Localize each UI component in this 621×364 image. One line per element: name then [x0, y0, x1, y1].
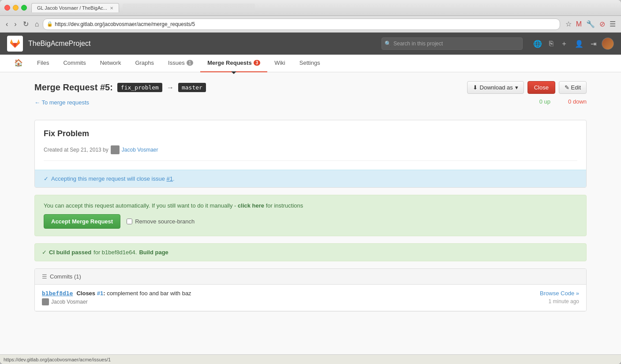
menu-button[interactable]: ☰ [608, 19, 617, 29]
minimize-window-button[interactable] [13, 5, 19, 11]
edit-mr-button[interactable]: ✎ Edit [559, 81, 587, 94]
accept-merge-request-button[interactable]: Accept Merge Request [44, 214, 120, 229]
nav-item-merge-requests[interactable]: Merge Requests 3 [200, 55, 267, 72]
nav-files-label: Files [37, 59, 49, 66]
back-button[interactable]: ‹ [4, 19, 10, 29]
app-header: TheBigAcmeProject 🔍 🌐 ⎘ ＋ 👤 ⇥ [0, 33, 621, 55]
tab-title: GL Jacob Vosmaer / TheBigAc... [37, 5, 107, 11]
tools-button[interactable]: 🔧 [584, 19, 597, 29]
remove-source-branch-label[interactable]: Remove source-branch [127, 218, 195, 225]
commit-author-avatar [42, 298, 49, 305]
accept-text: You can accept this request automaticall… [44, 202, 577, 209]
ci-build-section: ✓ CI build passed for b1bef8d1e64. Build… [34, 243, 587, 261]
header-actions: 🌐 ⎘ ＋ 👤 ⇥ [531, 37, 614, 50]
ci-check-icon: ✓ [42, 249, 47, 256]
download-as-button[interactable]: ⬇ Download as ▾ [467, 81, 524, 94]
commit-message: Closes #1: complement foo and bar with b… [76, 290, 191, 297]
browser-tab[interactable]: GL Jacob Vosmaer / TheBigAc... ✕ [31, 3, 119, 12]
mr-meta: Created at Sep 21, 2013 by Jacob Vosmaer [44, 145, 577, 161]
branch-arrow-icon: → [167, 84, 174, 92]
commit-right: Browse Code » 1 minute ago [540, 290, 579, 305]
mr-badge: 3 [254, 60, 261, 66]
nav-network-label: Network [100, 59, 121, 66]
issues-badge: 1 [187, 60, 194, 66]
closes-label: Closes #1: [76, 290, 107, 297]
nav-issues-label: Issues [168, 59, 185, 66]
commit-author-name: Jacob Vosmaer [51, 299, 88, 305]
browser-titlebar: GL Jacob Vosmaer / TheBigAc... ✕ [0, 0, 621, 16]
issue-link[interactable]: #1 [167, 175, 173, 182]
commit-author-row: Jacob Vosmaer [42, 298, 191, 305]
nav-item-issues[interactable]: Issues 1 [161, 55, 200, 72]
project-name: TheBigAcmeProject [28, 40, 90, 48]
closes-issue-link[interactable]: #1 [97, 290, 103, 297]
close-window-button[interactable] [4, 5, 10, 11]
mr-header-row: Merge Request #5: fix_problem → master ⬇… [34, 81, 587, 94]
globe-icon-button[interactable]: 🌐 [531, 38, 544, 50]
status-bar: https://dev.gitlab.org/jacobvosmaer/acme… [0, 354, 621, 364]
url-text: https://dev.gitlab.org/jacobvosmaer/acme… [55, 21, 195, 27]
nav-item-home[interactable]: 🏠 [7, 55, 30, 72]
nav-item-graphs[interactable]: Graphs [128, 55, 161, 72]
mr-created-at: Created at Sep 21, 2013 by [44, 147, 108, 153]
nav-item-network[interactable]: Network [93, 55, 128, 72]
home-button[interactable]: ⌂ [33, 19, 41, 29]
mr-card-title: Fix Problem [44, 129, 577, 138]
main-content: Merge Request #5: fix_problem → master ⬇… [24, 72, 597, 320]
maximize-window-button[interactable] [21, 5, 27, 11]
download-icon: ⬇ [473, 84, 478, 91]
ssl-lock-icon: 🔒 [47, 21, 53, 27]
nav-commits-label: Commits [63, 59, 86, 66]
nav-item-settings[interactable]: Settings [292, 55, 327, 72]
download-label: Download as [480, 84, 513, 91]
back-to-mr-link[interactable]: ← To merge requests [34, 99, 89, 106]
remove-source-branch-checkbox[interactable] [127, 219, 132, 224]
ci-build-page-link[interactable]: Build page [139, 249, 168, 256]
forward-button[interactable]: › [12, 19, 19, 29]
new-tab-area [123, 4, 255, 12]
mr-card: Fix Problem Created at Sep 21, 2013 by J… [34, 120, 587, 188]
target-branch-badge: master [178, 83, 206, 92]
mr-card-body: Fix Problem Created at Sep 21, 2013 by J… [35, 120, 586, 170]
plus-icon-button[interactable]: ＋ [559, 37, 569, 50]
nav-item-wiki[interactable]: Wiki [267, 55, 292, 72]
commits-header: ☰ Commits (1) [35, 269, 586, 285]
status-url: https://dev.gitlab.org/jacobvosmaer/acme… [4, 357, 111, 362]
nav-item-files[interactable]: Files [30, 55, 56, 72]
copy-icon-button[interactable]: ⎘ [547, 38, 555, 49]
mr-title-section: Merge Request #5: fix_problem → master [34, 82, 206, 93]
search-section: 🔍 [382, 37, 523, 50]
mr-title: Merge Request #5: [34, 82, 113, 93]
votes-down: 0 down [568, 98, 587, 105]
gitlab-logo [7, 36, 23, 52]
address-bar[interactable]: 🔒 https://dev.gitlab.org/jacobvosmaer/ac… [43, 19, 560, 30]
mr-notice: ✓ Accepting this merge request will clos… [35, 170, 586, 187]
search-icon: 🔍 [385, 41, 391, 47]
close-mr-button[interactable]: Close [527, 81, 555, 94]
search-input[interactable] [382, 37, 523, 50]
active-nav-arrow [231, 71, 236, 74]
gmail-button[interactable]: M [574, 19, 584, 29]
author-link[interactable]: Jacob Vosmaer [122, 147, 158, 153]
bookmark-star-button[interactable]: ☆ [564, 19, 573, 29]
votes-section: 0 up 0 down [539, 98, 587, 105]
browse-code-link[interactable]: Browse Code » [540, 290, 579, 297]
nav-settings-label: Settings [299, 59, 320, 66]
commits-list-icon: ☰ [42, 273, 47, 280]
app-nav: 🏠 Files Commits Network Graphs Issues 1 … [0, 55, 621, 72]
ci-passed-text: CI build passed [49, 249, 91, 256]
reload-button[interactable]: ↻ [21, 19, 31, 29]
tab-close-icon[interactable]: ✕ [110, 6, 113, 11]
manual-instructions-link[interactable]: click here [238, 202, 264, 209]
close-mr-label: Close [534, 84, 549, 91]
window-controls [4, 5, 27, 11]
notice-text: Accepting this merge request will close … [51, 175, 175, 182]
user-avatar[interactable] [602, 37, 614, 50]
commit-sha-link[interactable]: b1bef8d1e [42, 290, 73, 297]
nav-item-commits[interactable]: Commits [56, 55, 93, 72]
block-button[interactable]: ⊘ [598, 19, 607, 29]
logout-icon-button[interactable]: ⇥ [589, 38, 598, 50]
mr-action-buttons: ⬇ Download as ▾ Close ✎ Edit [467, 81, 587, 94]
user-icon-button[interactable]: 👤 [573, 38, 585, 50]
ci-for-text: for b1bef8d1e64. [94, 249, 137, 256]
